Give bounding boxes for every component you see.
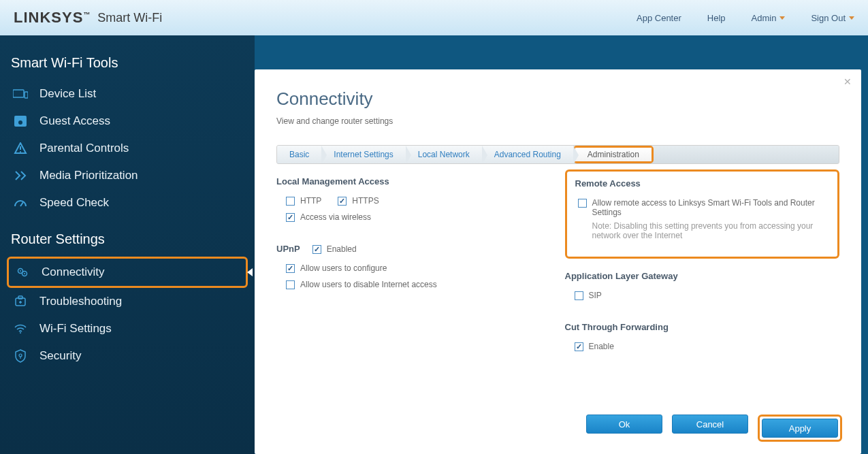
checkbox-upnp-enabled[interactable] — [312, 245, 321, 254]
settings-columns: Local Management Access HTTP HTTPS — [276, 176, 839, 358]
row-ctf-enable: Enable — [565, 342, 840, 351]
row-upnp-configure: Allow users to configure — [276, 263, 551, 273]
label-http: HTTP — [300, 196, 321, 206]
sidebar: Smart Wi-Fi Tools Device List Guest Acce… — [0, 35, 255, 454]
cancel-button[interactable]: Cancel — [672, 415, 748, 434]
svg-rect-3 — [14, 116, 27, 118]
checkbox-http[interactable] — [286, 197, 295, 206]
section-local-mgmt-title: Local Management Access — [276, 176, 551, 187]
label-remote-allow: Allow remote access to Linksys Smart Wi-… — [592, 198, 830, 217]
page-subtitle: View and change router settings — [276, 116, 839, 126]
media-icon — [12, 169, 29, 182]
parental-icon — [12, 142, 29, 155]
sidebar-item-label: Wi-Fi Settings — [39, 322, 112, 336]
section-ctf-title: Cut Through Forwarding — [565, 322, 840, 332]
brand-subtitle: Smart Wi-Fi — [97, 11, 162, 25]
nav-signout-label: Sign Out — [811, 13, 846, 23]
svg-point-10 — [20, 270, 21, 272]
svg-point-6 — [20, 151, 21, 152]
shield-icon — [12, 349, 29, 363]
tab-advanced-routing[interactable]: Advanced Routing — [482, 146, 573, 163]
brand-tm: ™ — [83, 11, 91, 18]
nav-app-center[interactable]: App Center — [637, 13, 681, 23]
caret-down-icon — [849, 16, 854, 20]
apply-button[interactable]: Apply — [762, 419, 838, 438]
main-layout: Smart Wi-Fi Tools Device List Guest Acce… — [0, 35, 868, 454]
sidebar-item-label: Device List — [39, 87, 96, 101]
highlight-admin-tab: Administration — [573, 146, 654, 163]
svg-line-7 — [20, 202, 23, 206]
tab-local-network[interactable]: Local Network — [406, 146, 482, 163]
highlight-remote-access: Remote Access Allow remote access to Lin… — [565, 169, 840, 259]
wifi-icon — [12, 322, 29, 336]
tab-administration[interactable]: Administration — [575, 148, 652, 161]
page-title: Connectivity — [276, 88, 839, 110]
sidebar-item-connectivity[interactable]: Connectivity — [9, 259, 246, 286]
sidebar-item-label: Speed Check — [39, 196, 109, 210]
tab-internet-settings[interactable]: Internet Settings — [321, 146, 405, 163]
header-nav: App Center Help Admin Sign Out — [637, 13, 854, 23]
checkbox-upnp-disable-internet[interactable] — [286, 280, 295, 289]
nav-signout[interactable]: Sign Out — [811, 13, 854, 23]
section-remote-title: Remote Access — [575, 178, 830, 189]
checkbox-access-wireless[interactable] — [286, 213, 295, 222]
row-access-wireless: Access via wireless — [276, 212, 551, 222]
label-sip: SIP — [589, 291, 602, 300]
sidebar-item-parental-controls[interactable]: Parental Controls — [7, 135, 248, 162]
active-arrow-icon — [247, 268, 253, 276]
brand-logo-text: LINKSYS — [14, 9, 83, 26]
upnp-header-row: UPnP Enabled — [276, 244, 551, 254]
section-upnp-title: UPnP — [276, 244, 300, 254]
checkbox-https[interactable] — [338, 197, 347, 206]
label-https: HTTPS — [352, 196, 379, 206]
svg-rect-13 — [18, 296, 22, 299]
content-area: ✕ Connectivity View and change router se… — [255, 35, 868, 454]
ok-button[interactable]: Ok — [586, 415, 662, 434]
sidebar-item-label: Guest Access — [39, 114, 110, 128]
checkbox-remote-allow[interactable] — [578, 199, 587, 208]
sidebar-item-media-prioritization[interactable]: Media Prioritization — [7, 162, 248, 189]
checkbox-upnp-configure[interactable] — [286, 264, 295, 273]
sidebar-tools-group: Smart Wi-Fi Tools Device List Guest Acce… — [7, 46, 248, 216]
svg-point-4 — [18, 120, 22, 125]
label-access-wireless: Access via wireless — [300, 212, 371, 222]
row-remote-allow: Allow remote access to Linksys Smart Wi-… — [575, 198, 830, 240]
sidebar-item-label: Connectivity — [42, 265, 105, 279]
sidebar-tools-title: Smart Wi-Fi Tools — [7, 46, 248, 80]
sidebar-item-label: Parental Controls — [39, 142, 129, 155]
sidebar-item-troubleshooting[interactable]: Troubleshooting — [7, 288, 248, 315]
speed-icon — [12, 196, 29, 210]
label-upnp-configure: Allow users to configure — [300, 263, 387, 273]
brand-logo: LINKSYS™ — [14, 9, 91, 27]
row-upnp-disable-internet: Allow users to disable Internet access — [276, 280, 551, 289]
nav-admin[interactable]: Admin — [752, 13, 786, 23]
checkbox-ctf-enable[interactable] — [575, 342, 583, 351]
button-row: Ok Cancel Apply — [586, 415, 842, 442]
label-upnp-disable-internet: Allow users to disable Internet access — [300, 280, 437, 289]
col-left: Local Management Access HTTP HTTPS — [276, 176, 551, 358]
local-mgmt-protocols: HTTP HTTPS — [276, 196, 551, 206]
close-icon[interactable]: ✕ — [843, 76, 853, 86]
svg-rect-1 — [25, 92, 28, 98]
highlight-connectivity: Connectivity — [7, 257, 248, 288]
svg-rect-0 — [13, 90, 24, 97]
label-ctf-enable: Enable — [589, 342, 614, 351]
tab-basic[interactable]: Basic — [277, 146, 321, 163]
app-header: LINKSYS™ Smart Wi-Fi App Center Help Adm… — [0, 0, 868, 35]
sidebar-item-label: Troubleshooting — [39, 295, 122, 308]
sidebar-router-group: Router Settings Connectivity Troubleshoo… — [7, 222, 248, 370]
sidebar-item-device-list[interactable]: Device List — [7, 80, 248, 108]
sidebar-item-wifi-settings[interactable]: Wi-Fi Settings — [7, 315, 248, 342]
caret-down-icon — [779, 16, 785, 20]
label-upnp-enabled: Enabled — [327, 244, 357, 254]
sidebar-item-security[interactable]: Security — [7, 342, 248, 370]
sidebar-item-guest-access[interactable]: Guest Access — [7, 108, 248, 135]
svg-point-11 — [24, 273, 25, 274]
row-alg-sip: SIP — [565, 291, 840, 300]
devices-icon — [12, 87, 29, 101]
checkbox-sip[interactable] — [575, 291, 583, 300]
connectivity-icon — [14, 265, 31, 279]
nav-help[interactable]: Help — [707, 13, 726, 23]
tab-spacer — [654, 146, 839, 163]
sidebar-item-speed-check[interactable]: Speed Check — [7, 189, 248, 216]
